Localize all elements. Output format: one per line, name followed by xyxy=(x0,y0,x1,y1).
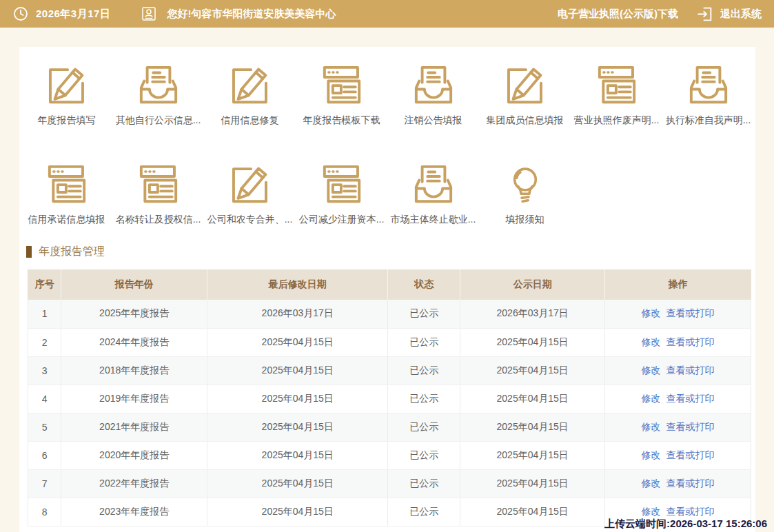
shortcut-label: 集团成员信息填报 xyxy=(487,114,564,127)
shortcut-capital-reduction[interactable]: 公司减少注册资本... xyxy=(296,160,387,226)
shortcut-other-self-publicity[interactable]: 其他自行公示信息... xyxy=(112,61,204,127)
table-header-row: 序号报告年份最后修改日期状态公示日期操作 xyxy=(28,269,751,300)
table-row: 62020年年度报告2025年04月15日已公示2025年04月15日修改查看或… xyxy=(28,441,751,469)
cell-modified: 2026年03月17日 xyxy=(207,300,388,328)
shortcut-standard-self-declaration[interactable]: 执行标准自我声明... xyxy=(662,61,754,127)
browser-window-icon xyxy=(318,61,366,109)
shortcut-name-transfer-authorization[interactable]: 名称转让及授权信... xyxy=(112,160,204,226)
cell-no: 7 xyxy=(28,469,61,498)
shortcut-label: 公司减少注册资本... xyxy=(299,214,385,226)
edit-link[interactable]: 修改 xyxy=(642,307,661,318)
shortcut-credit-info-repair[interactable]: 信用信息修复 xyxy=(204,61,296,127)
shortcut-filing-instructions[interactable]: 填报须知 xyxy=(479,160,571,226)
cell-modified: 2025年04月15日 xyxy=(207,413,388,441)
shortcut-label: 年度报告填写 xyxy=(38,114,96,127)
cell-actions: 修改查看或打印 xyxy=(605,300,751,328)
cell-published: 2025年04月15日 xyxy=(460,469,605,498)
section-header: 年度报告管理 xyxy=(26,245,755,259)
column-header-year: 报告年份 xyxy=(61,269,207,300)
shortcut-label: 注销公告填报 xyxy=(405,114,462,127)
shortcut-license-void-declaration[interactable]: 营业执照作废声明... xyxy=(571,61,662,127)
cell-published: 2025年04月15日 xyxy=(460,498,605,526)
logout-link[interactable]: 退出系统 xyxy=(720,8,762,21)
annual-report-table: 序号报告年份最后修改日期状态公示日期操作 12025年年度报告2026年03月1… xyxy=(28,269,751,526)
cell-no: 4 xyxy=(28,385,61,413)
cell-published: 2025年04月15日 xyxy=(460,356,605,385)
shortcut-label: 名称转让及授权信... xyxy=(116,214,201,226)
cell-no: 1 xyxy=(28,300,61,328)
shortcut-annual-report-template-download[interactable]: 年度报告模板下载 xyxy=(296,61,387,127)
view-or-print-link[interactable]: 查看或打印 xyxy=(666,421,715,432)
cell-year: 2021年年度报告 xyxy=(61,413,207,441)
cell-actions: 修改查看或打印 xyxy=(605,469,751,498)
table-body: 12025年年度报告2026年03月17日已公示2026年03月17日修改查看或… xyxy=(28,300,751,526)
cell-actions: 修改查看或打印 xyxy=(605,413,751,441)
section-accent-bar xyxy=(26,246,32,258)
edit-pencil-icon xyxy=(43,61,91,109)
edit-link[interactable]: 修改 xyxy=(642,449,661,460)
inbox-tray-icon xyxy=(134,61,183,109)
shortcut-business-termination[interactable]: 市场主体终止歇业... xyxy=(387,160,479,226)
cell-status: 已公示 xyxy=(388,413,460,441)
browser-window-icon xyxy=(593,61,641,109)
header-date: 2026年3月17日 xyxy=(36,8,110,21)
inbox-tray-icon xyxy=(409,160,458,208)
edit-link[interactable]: 修改 xyxy=(642,421,661,432)
edit-pencil-icon xyxy=(501,61,549,109)
table-row: 52021年年度报告2025年04月15日已公示2025年04月15日修改查看或… xyxy=(28,413,751,441)
cell-published: 2025年04月15日 xyxy=(460,441,605,469)
shortcut-company-coop-merger[interactable]: 公司和农专合并、... xyxy=(204,160,296,226)
column-header-published: 公示日期 xyxy=(460,269,605,300)
cell-modified: 2025年04月15日 xyxy=(207,498,388,526)
cell-status: 已公示 xyxy=(388,356,460,385)
shortcut-row-1: 年度报告填写其他自行公示信息...信用信息修复年度报告模板下载注销公告填报集团成… xyxy=(19,47,755,127)
view-or-print-link[interactable]: 查看或打印 xyxy=(666,307,715,318)
edit-link[interactable]: 修改 xyxy=(642,506,661,517)
shortcut-annual-report-fill[interactable]: 年度报告填写 xyxy=(21,61,112,127)
license-download-link[interactable]: 电子营业执照(公示版)下载 xyxy=(558,8,678,21)
view-or-print-link[interactable]: 查看或打印 xyxy=(666,478,715,489)
cell-status: 已公示 xyxy=(388,441,460,469)
cell-year: 2023年年度报告 xyxy=(61,498,207,526)
browser-window-icon xyxy=(43,160,91,208)
cell-actions: 修改查看或打印 xyxy=(605,356,751,385)
shortcut-group-member-info[interactable]: 集团成员信息填报 xyxy=(479,61,571,127)
cell-year: 2024年年度报告 xyxy=(61,328,207,356)
cell-year: 2022年年度报告 xyxy=(61,469,207,498)
content-panel: 年度报告填写其他自行公示信息...信用信息修复年度报告模板下载注销公告填报集团成… xyxy=(19,47,755,532)
shortcut-label: 其他自行公示信息... xyxy=(116,114,201,127)
edit-link[interactable]: 修改 xyxy=(642,336,661,347)
shortcut-label: 市场主体终止歇业... xyxy=(391,214,476,226)
edit-link[interactable]: 修改 xyxy=(642,478,661,489)
cell-no: 8 xyxy=(28,498,61,526)
header-greeting: 您好!句容市华阳街道安肤美美容中心 xyxy=(167,8,336,21)
browser-window-icon xyxy=(318,160,366,208)
edit-pencil-icon xyxy=(226,61,274,109)
view-or-print-link[interactable]: 查看或打印 xyxy=(666,365,715,376)
shortcut-label: 公司和农专合并、... xyxy=(207,214,293,226)
view-or-print-link[interactable]: 查看或打印 xyxy=(666,393,715,404)
view-or-print-link[interactable]: 查看或打印 xyxy=(666,506,715,517)
table-head: 序号报告年份最后修改日期状态公示日期操作 xyxy=(28,269,751,300)
inbox-tray-icon xyxy=(684,61,733,109)
shortcut-credit-commitment-info[interactable]: 信用承诺信息填报 xyxy=(21,160,112,226)
cell-status: 已公示 xyxy=(388,498,460,526)
shortcut-label: 年度报告模板下载 xyxy=(303,114,380,127)
cell-year: 2020年年度报告 xyxy=(61,441,207,469)
shortcut-row-2: 信用承诺信息填报名称转让及授权信...公司和农专合并、...公司减少注册资本..… xyxy=(19,160,755,226)
view-or-print-link[interactable]: 查看或打印 xyxy=(666,449,715,460)
cell-actions: 修改查看或打印 xyxy=(605,441,751,469)
logout-icon[interactable] xyxy=(696,6,713,23)
edit-link[interactable]: 修改 xyxy=(642,393,661,404)
shortcut-cancellation-announcement[interactable]: 注销公告填报 xyxy=(387,61,479,127)
view-or-print-link[interactable]: 查看或打印 xyxy=(666,336,715,347)
edit-link[interactable]: 修改 xyxy=(642,365,661,376)
cell-status: 已公示 xyxy=(388,300,460,328)
table-row: 12025年年度报告2026年03月17日已公示2026年03月17日修改查看或… xyxy=(28,300,751,328)
cell-modified: 2025年04月15日 xyxy=(207,328,388,356)
top-header-bar: 2026年3月17日 您好!句容市华阳街道安肤美美容中心 电子营业执照(公示版)… xyxy=(0,0,774,28)
cell-no: 3 xyxy=(28,356,61,385)
column-header-status: 状态 xyxy=(388,269,460,300)
shortcut-label: 信用信息修复 xyxy=(221,114,279,127)
cell-no: 6 xyxy=(28,441,61,469)
